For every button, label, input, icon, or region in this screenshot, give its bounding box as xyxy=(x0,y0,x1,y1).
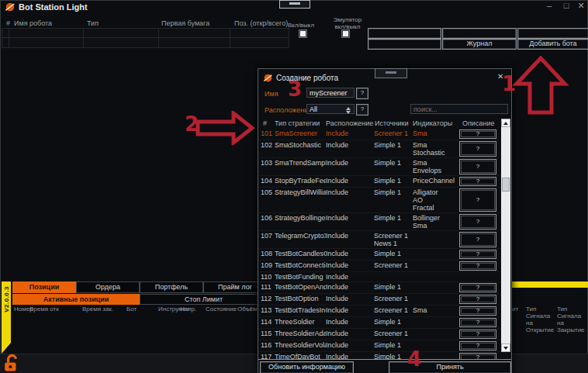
strategy-cell: Include xyxy=(326,250,374,259)
name-help-button[interactable]: ? xyxy=(356,88,368,99)
strategy-row[interactable]: 112TestBotOptionIncludeScreener 1? xyxy=(258,294,501,306)
scrollbar-track[interactable] xyxy=(501,119,510,352)
strategy-cell: Include xyxy=(326,318,374,327)
strategy-row[interactable]: 103SmaTrendSampleIncludeSimple 1Sma Enve… xyxy=(258,158,501,176)
strategy-cell: 108 xyxy=(258,250,275,259)
version-label: V2.0.0.3 xyxy=(3,286,10,313)
emulator-checkbox[interactable] xyxy=(341,29,350,38)
empty-field-2[interactable] xyxy=(442,28,517,39)
enabled-checkbox[interactable] xyxy=(299,29,307,38)
window-drag-handle[interactable] xyxy=(279,0,310,9)
strategy-cell-description: ? xyxy=(458,353,498,359)
strategy-cell xyxy=(413,232,458,247)
minimize-button[interactable]: – xyxy=(543,1,555,10)
strategy-cell: StrategyBillWilliams xyxy=(275,188,326,212)
strategy-row[interactable]: 101SmaScreenerIncludeScreener 1Sma? xyxy=(258,129,501,140)
strategy-cell: 109 xyxy=(258,261,275,271)
strategy-cell: Include xyxy=(326,283,374,292)
strategy-row[interactable]: 107TelegramCryptoXBotIncludeScreener 1 N… xyxy=(258,231,501,249)
name-input[interactable] xyxy=(306,88,355,98)
strategy-row[interactable]: 102SmaStochasticIncludeSimple 1Sma Stoch… xyxy=(258,140,501,158)
empty-field-4[interactable] xyxy=(368,39,441,50)
strategy-row[interactable]: 117TimeOfDayBotIncludeSimple 1? xyxy=(258,352,501,359)
strategy-cell: 116 xyxy=(258,341,275,351)
strategy-cell: Sma Envelops xyxy=(413,159,458,174)
pos-col-direction: Напр. xyxy=(180,306,196,313)
strategy-row[interactable]: 104StopByTradeFeedSamIncludeSimple 1Pric… xyxy=(258,176,501,188)
description-help-button[interactable]: ? xyxy=(459,283,496,292)
tab-portfolio[interactable]: Портфель xyxy=(140,281,203,293)
strategy-row[interactable]: 116ThreeSoldierVolatilityIncludeSimple 1… xyxy=(258,340,501,352)
strategy-cell: 104 xyxy=(258,177,275,186)
dialog-title: Создание робота xyxy=(276,74,338,82)
tab-orders[interactable]: Ордера xyxy=(76,281,140,293)
strategy-cell: Bollinger Sma xyxy=(413,214,458,230)
st-col-sources: Источники xyxy=(375,119,408,127)
strategy-cell: TestBotOpenAndCan xyxy=(275,283,326,292)
description-help-button[interactable]: ? xyxy=(459,295,496,304)
strategy-cell: Simple 1 xyxy=(374,283,413,292)
strategy-row[interactable]: 111TestBotOpenAndCanIncludeSimple 1? xyxy=(258,282,501,294)
description-help-button[interactable]: ? xyxy=(459,341,496,351)
col-first-paper: Первая бумага xyxy=(161,19,209,27)
st-col-num: # xyxy=(263,119,267,127)
empty-field-1[interactable] xyxy=(368,28,441,39)
strategy-row[interactable]: 109TestBotConnectionIncludeScreener 1? xyxy=(258,261,501,272)
empty-field-3[interactable] xyxy=(517,28,588,39)
strategy-cell: Include xyxy=(326,295,374,304)
st-col-description: Описание xyxy=(462,119,494,127)
strategy-cell-description: ? xyxy=(458,159,498,174)
strategy-cell xyxy=(374,273,413,281)
subtab-active-positions[interactable]: Активные позиции xyxy=(12,294,140,305)
strategy-cell xyxy=(413,295,458,304)
location-select[interactable]: All xyxy=(306,104,355,114)
strategy-row[interactable]: 114ThreeSoldierIncludeSimple 1? xyxy=(258,317,501,329)
close-button[interactable]: ✕ xyxy=(575,1,587,11)
strategy-row[interactable]: 115ThreeSoldierAdaptiveIncludeScreener 1… xyxy=(258,329,501,340)
app-window: Bot Station Light – □ ✕ # Имя робота Тип… xyxy=(0,0,588,373)
description-help-button[interactable]: ? xyxy=(459,232,496,247)
strategy-cell: 105 xyxy=(258,188,275,212)
strategy-cell: StrategyBollinger xyxy=(275,214,326,230)
location-help-button[interactable]: ? xyxy=(356,104,368,116)
lock-icon[interactable] xyxy=(3,354,20,373)
strategy-cell: Include xyxy=(326,261,374,271)
description-help-button[interactable]: ? xyxy=(459,261,496,271)
strategy-row[interactable]: 113TestBotTradesInCandIncludeScreener 1S… xyxy=(258,306,501,317)
scroll-up-icon[interactable] xyxy=(501,119,510,127)
strategy-row[interactable]: 110TestBotFundingInclude xyxy=(258,272,501,282)
description-help-button[interactable]: ? xyxy=(459,318,496,327)
subtab-stop-limit[interactable]: Стоп Лимит xyxy=(140,294,268,305)
journal-button[interactable]: Журнал xyxy=(442,39,517,50)
strategy-row[interactable]: 105StrategyBillWilliamsIncludeSimple 1Al… xyxy=(258,188,501,213)
rcol-limit: ит xyxy=(512,306,523,313)
description-help-button[interactable]: ? xyxy=(459,159,496,174)
strategy-cell: Screener 1 xyxy=(374,261,413,271)
add-bot-button[interactable]: Добавить бота xyxy=(517,39,588,50)
description-help-button[interactable]: ? xyxy=(459,306,496,316)
tab-positions[interactable]: Позиции xyxy=(12,281,76,293)
dialog-drag-handle[interactable] xyxy=(375,68,407,78)
annotation-arrow-up-icon xyxy=(512,56,569,115)
search-input[interactable] xyxy=(410,104,508,114)
scrollbar-thumb[interactable] xyxy=(502,178,510,192)
strategy-row[interactable]: 108TestBotCandlesCompIncludeSimple 1? xyxy=(258,249,501,261)
description-help-button[interactable]: ? xyxy=(459,214,496,230)
description-help-button[interactable]: ? xyxy=(459,330,496,339)
description-help-button[interactable]: ? xyxy=(459,130,496,139)
maximize-button[interactable]: □ xyxy=(560,1,572,10)
description-help-button[interactable]: ? xyxy=(459,177,496,186)
strategy-cell: Sma xyxy=(413,130,458,139)
strategy-row[interactable]: 106StrategyBollingerIncludeSimple 1Bolli… xyxy=(258,213,501,231)
pos-col-open-time: Время отк xyxy=(29,306,59,313)
scroll-down-icon[interactable] xyxy=(501,344,510,352)
strategy-cell: Screener 1 xyxy=(374,295,413,304)
strategy-cell: ThreeSoldierAdaptive xyxy=(275,330,326,339)
description-help-button[interactable]: ? xyxy=(459,188,496,212)
st-col-indicators: Индикаторы xyxy=(413,119,452,127)
description-help-button[interactable]: ? xyxy=(459,250,496,259)
spinner-icons[interactable] xyxy=(346,106,352,115)
refresh-info-button[interactable]: Обновить информацию xyxy=(260,361,354,373)
description-help-button[interactable]: ? xyxy=(459,141,496,157)
description-help-button[interactable]: ? xyxy=(459,353,496,359)
